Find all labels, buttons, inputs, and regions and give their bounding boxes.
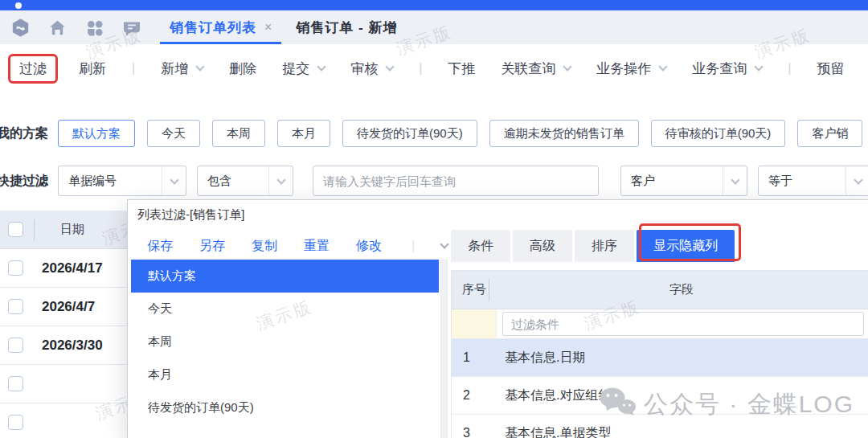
quick-filter-bar: 快捷过滤 单据编号 包含 客户 等于	[0, 165, 868, 197]
scheme-button-today[interactable]: 今天	[147, 120, 200, 147]
scheme-button-overdue-unshipped[interactable]: 逾期未发货的销售订单	[489, 120, 639, 147]
save-as-button[interactable]: 另存	[199, 238, 225, 255]
column-row[interactable]: 3 基本信息.单据类型	[452, 415, 868, 438]
chevron-down-icon	[317, 62, 326, 71]
reset-button[interactable]: 重置	[304, 238, 330, 255]
reserve-button[interactable]: 预留	[817, 59, 844, 78]
date-cell: 2026/4/7	[42, 299, 95, 315]
message-icon[interactable]	[121, 18, 142, 38]
scheme-button-to-audit-90d[interactable]: 待审核的订单(90天)	[651, 120, 786, 147]
list-filter-dialog: 列表过滤-[销售订单] 保存 另存 复制 重置 修改 | 默认方案 今天 本周 …	[127, 199, 868, 438]
columns-table: 序号 字段 1 基本信息.日期 2 基本信息.对应组织 3 基本信息.单据类型	[451, 270, 868, 438]
app-tab-bar: 销售订单列表 × 销售订单 - 新增	[0, 10, 868, 44]
row-checkbox[interactable]	[8, 415, 23, 430]
chevron-down-icon	[195, 62, 204, 71]
audit-button[interactable]: 审核	[350, 59, 393, 78]
keyword-search-input[interactable]	[313, 166, 599, 196]
panel-divider	[440, 260, 448, 438]
scheme-list-item-this-month[interactable]: 本月	[131, 358, 439, 391]
scheme-list-item-this-week[interactable]: 本周	[131, 325, 439, 358]
copy-button[interactable]: 复制	[252, 238, 277, 255]
tab-label: 销售订单列表	[170, 18, 256, 37]
toolbar-separator: |	[788, 61, 791, 76]
field-column-header: 字段	[489, 282, 868, 297]
chevron-down-icon	[563, 62, 572, 71]
apps-grid-icon[interactable]	[84, 18, 104, 38]
filter-button[interactable]: 过滤	[8, 54, 58, 84]
logo-icon[interactable]	[10, 18, 31, 38]
scheme-list-item-to-ship-90d[interactable]: 待发货的订单(90天)	[131, 391, 439, 424]
scheme-button-this-month[interactable]: 本月	[277, 120, 330, 147]
tab-advanced[interactable]: 高级	[513, 230, 572, 262]
home-icon[interactable]	[47, 18, 68, 38]
quick-filter-label: 快捷过滤	[0, 173, 50, 190]
scheme-button-group: 默认方案 今天 本周 本月 待发货的订单(90天) 逾期未发货的销售订单 待审核…	[58, 120, 862, 147]
chevron-down-icon	[659, 62, 668, 71]
chevron-down-icon	[385, 62, 394, 71]
select-all-checkbox[interactable]	[8, 222, 23, 237]
columns-table-header: 序号 字段	[452, 271, 868, 309]
push-down-button[interactable]: 下推	[448, 59, 475, 78]
add-button[interactable]: 新增	[161, 59, 203, 78]
scheme-button-customer-sales[interactable]: 客户销	[797, 120, 862, 147]
window-indicator-dot	[15, 2, 22, 9]
field-select[interactable]: 单据编号	[58, 166, 186, 196]
business-query-button[interactable]: 业务查询	[692, 59, 762, 78]
toolbar-separator: |	[419, 61, 422, 76]
modify-button[interactable]: 修改	[356, 238, 382, 255]
scheme-button-default[interactable]: 默认方案	[58, 120, 135, 147]
chevron-down-icon	[845, 166, 868, 195]
field-select-2[interactable]: 客户	[620, 166, 747, 196]
column-row[interactable]: 2 基本信息.对应组织	[452, 377, 868, 415]
my-scheme-bar: 我的方案 默认方案 今天 本周 本月 待发货的订单(90天) 逾期未发货的销售订…	[0, 116, 868, 151]
chevron-down-icon	[162, 166, 186, 195]
save-button[interactable]: 保存	[147, 238, 173, 255]
my-scheme-label: 我的方案	[0, 125, 50, 142]
filter-index-cell	[452, 309, 497, 338]
window-top-strip	[0, 0, 868, 10]
related-query-button[interactable]: 关联查询	[501, 59, 571, 78]
column-filter-row	[452, 309, 868, 339]
scheme-button-to-ship-90d[interactable]: 待发货的订单(90天)	[342, 120, 477, 147]
tab-show-hide-columns[interactable]: 显示隐藏列	[637, 230, 735, 262]
index-column-header: 序号	[452, 282, 489, 297]
delete-button[interactable]: 删除	[229, 59, 256, 78]
list-toolbar: 过滤 刷新 | 新增 删除 提交 审核 | 下推 关联查询 业务操作 业务查询 …	[0, 44, 868, 92]
tab-close-icon[interactable]: ×	[264, 20, 272, 35]
dialog-title: 列表过滤-[销售订单]	[137, 207, 244, 223]
submit-button[interactable]: 提交	[282, 59, 325, 78]
tab-sort[interactable]: 排序	[575, 230, 634, 262]
app-icon-group	[0, 18, 142, 38]
chevron-down-icon[interactable]	[440, 239, 448, 248]
row-checkbox[interactable]	[8, 376, 23, 391]
column-filter-input[interactable]	[502, 312, 864, 336]
scheme-list-item-default[interactable]: 默认方案	[131, 260, 439, 293]
dialog-tab-bar: 条件 高级 排序 显示隐藏列	[451, 228, 735, 262]
row-checkbox[interactable]	[8, 299, 23, 314]
toolbar-separator: |	[132, 61, 135, 76]
date-cell: 2026/3/30	[42, 338, 103, 354]
scheme-list-item-today[interactable]: 今天	[131, 293, 439, 325]
refresh-button[interactable]: 刷新	[79, 59, 106, 78]
scheme-button-this-week[interactable]: 本周	[212, 120, 265, 147]
column-row[interactable]: 1 基本信息.日期	[452, 339, 868, 377]
operator-select-2[interactable]: 等于	[758, 166, 868, 196]
row-checkbox[interactable]	[8, 338, 23, 353]
chevron-down-icon	[755, 62, 764, 71]
chevron-down-icon	[268, 166, 293, 195]
dialog-action-bar: 保存 另存 复制 重置 修改 |	[147, 232, 448, 260]
chevron-down-icon	[723, 166, 747, 195]
tab-sales-order-list[interactable]: 销售订单列表 ×	[160, 10, 281, 44]
scheme-list: 默认方案 今天 本周 本月 待发货的订单(90天)	[131, 260, 439, 438]
business-operation-button[interactable]: 业务操作	[596, 59, 666, 78]
date-column-header: 日期	[35, 222, 110, 237]
tab-conditions[interactable]: 条件	[451, 230, 510, 262]
row-checkbox[interactable]	[8, 260, 23, 276]
tab-sales-order-new[interactable]: 销售订单 - 新增	[296, 18, 397, 37]
action-separator: |	[411, 239, 415, 253]
operator-select[interactable]: 包含	[197, 166, 293, 196]
date-cell: 2026/4/17	[42, 260, 103, 276]
